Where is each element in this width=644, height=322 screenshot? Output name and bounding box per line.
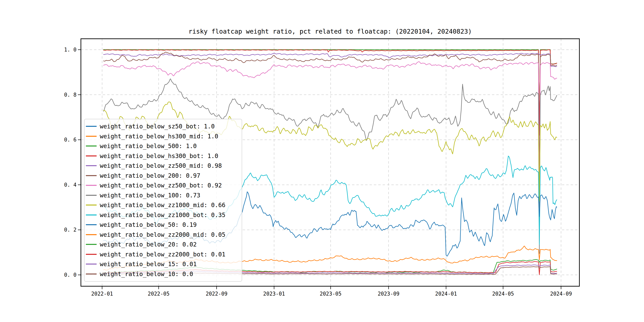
legend-label: weight_ratio_below_15: 0.01 [100, 260, 197, 268]
x-tick-label: 2023-01 [254, 290, 294, 297]
legend-label: weight_ratio_below_50: 0.19 [100, 221, 197, 228]
x-tick-label: 2024-01 [426, 290, 466, 297]
legend-item: weight_ratio_below_zz1000_bot: 0.35 [84, 210, 242, 220]
legend-label: weight_ratio_below_sz50_bot: 1.0 [100, 123, 215, 130]
x-tick-label: 2022-05 [139, 290, 178, 297]
legend-item: weight_ratio_below_zz2000_mid: 0.05 [84, 230, 242, 240]
figure-root: risky floatcap weight ratio, pct related… [0, 0, 644, 322]
legend-item: weight_ratio_below_500: 1.0 [84, 141, 242, 151]
legend-swatch-blue-icon [86, 224, 96, 225]
x-tick-label: 2022-01 [82, 290, 122, 297]
legend-label: weight_ratio_below_hs300_bot: 1.0 [100, 152, 218, 160]
legend-swatch-olive-icon [86, 204, 96, 206]
legend-rows: weight_ratio_below_sz50_bot: 1.0weight_r… [84, 122, 242, 279]
legend-swatch-purple-icon [86, 264, 96, 264]
legend-label: weight_ratio_below_zz1000_bot: 0.35 [100, 212, 226, 218]
y-tick-label: 0. 4 [53, 182, 76, 188]
legend-swatch-purple-icon [86, 165, 96, 166]
legend-label: weight_ratio_below_zz2000_bot: 0.01 [100, 251, 226, 258]
legend-swatch-orange-icon [86, 234, 96, 235]
legend-swatch-orange-icon [86, 136, 96, 137]
legend-label: weight_ratio_below_10: 0.0 [100, 270, 193, 278]
legend-item: weight_ratio_below_15: 0.01 [84, 259, 242, 269]
x-tick-label: 2024-05 [483, 290, 523, 297]
legend-item: weight_ratio_below_zz1000_mid: 0.66 [84, 200, 242, 210]
legend-label: weight_ratio_below_zz500_mid: 0.98 [100, 162, 222, 169]
y-tick-label: 0. 0 [53, 272, 76, 278]
legend-item: weight_ratio_below_100: 0.73 [84, 190, 242, 200]
legend-swatch-brown-icon [86, 274, 96, 274]
legend-swatch-gray-icon [86, 195, 96, 196]
y-tick-label: 0. 6 [53, 137, 76, 143]
line-weight_ratio_below_zz500_mid [104, 53, 557, 67]
legend-label: weight_ratio_below_20: 0.02 [100, 241, 197, 248]
legend-item: weight_ratio_below_50: 0.19 [84, 220, 242, 230]
legend-swatch-green-icon [86, 244, 96, 245]
legend-label: weight_ratio_below_zz500_bot: 0.92 [100, 182, 222, 189]
legend-item: weight_ratio_below_20: 0.02 [84, 240, 242, 250]
legend-item: weight_ratio_below_zz2000_bot: 0.01 [84, 250, 242, 260]
x-tick-label: 2024-09 [541, 290, 581, 297]
legend-label: weight_ratio_below_zz2000_mid: 0.05 [100, 231, 226, 238]
legend-label: weight_ratio_below_100: 0.73 [100, 192, 200, 199]
legend-item: weight_ratio_below_zz500_mid: 0.98 [84, 161, 242, 171]
legend: weight_ratio_below_sz50_bot: 1.0weight_r… [84, 119, 242, 282]
legend-swatch-cyan-icon [86, 214, 96, 216]
legend-item: weight_ratio_below_200: 0.97 [84, 171, 242, 181]
legend-item: weight_ratio_below_10: 0.0 [84, 269, 242, 279]
legend-swatch-blue-icon [86, 126, 96, 127]
x-tick-label: 2022-09 [197, 290, 236, 297]
legend-swatch-pink-icon [86, 185, 96, 186]
y-tick-label: 0. 8 [53, 92, 76, 98]
y-tick-label: 1. 0 [53, 47, 76, 53]
legend-item: weight_ratio_below_hs300_mid: 1.0 [84, 132, 242, 141]
legend-label: weight_ratio_below_200: 0.97 [100, 172, 200, 179]
legend-label: weight_ratio_below_hs300_mid: 1.0 [100, 133, 218, 140]
legend-item: weight_ratio_below_sz50_bot: 1.0 [84, 122, 242, 132]
legend-swatch-red-icon [86, 156, 96, 156]
x-tick-label: 2023-09 [369, 290, 408, 297]
legend-item: weight_ratio_below_zz500_bot: 0.92 [84, 180, 242, 190]
legend-swatch-red-icon [86, 254, 96, 255]
y-tick-label: 0. 2 [53, 227, 76, 233]
legend-label: weight_ratio_below_zz1000_mid: 0.66 [100, 202, 226, 208]
legend-label: weight_ratio_below_500: 1.0 [100, 142, 197, 150]
legend-swatch-green-icon [86, 146, 96, 146]
legend-item: weight_ratio_below_hs300_bot: 1.0 [84, 151, 242, 161]
x-tick-label: 2023-05 [311, 290, 350, 297]
legend-swatch-brown-icon [86, 175, 96, 176]
